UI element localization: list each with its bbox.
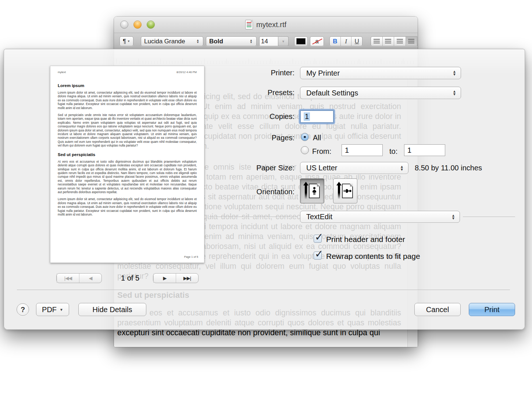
print-label: Print: [484, 306, 499, 314]
presets-select[interactable]: Default Settings ▲▼: [300, 87, 461, 99]
dropdown-arrow-icon: ▼: [127, 40, 130, 43]
print-preview-page: mytext 8/20/12 4:46 PM Lorem ipsum Lorem…: [50, 66, 204, 263]
font-size-input[interactable]: 14: [259, 36, 278, 46]
italic-button[interactable]: I: [340, 37, 351, 46]
hide-details-label: Hide Details: [93, 306, 132, 314]
print-header-footer-checkbox[interactable]: ✓: [314, 235, 322, 243]
pages-from-label: From:: [312, 147, 331, 156]
copies-value: 1: [304, 112, 310, 121]
next-page-button[interactable]: ▶: [153, 274, 176, 283]
preview-header-left: mytext: [58, 71, 66, 74]
cancel-label: Cancel: [426, 306, 449, 314]
last-page-icon: ▶▶|: [183, 275, 191, 281]
page-to-input[interactable]: 1: [404, 144, 445, 156]
page-from-value: 1: [345, 146, 349, 155]
paper-size-value: US Letter: [306, 164, 337, 172]
portrait-page-icon: [309, 184, 320, 198]
typeface-select[interactable]: Bold ▲▼: [206, 36, 257, 46]
page-count-label: 1 of 5: [110, 274, 150, 282]
paper-size-label: Paper Size:: [201, 164, 294, 172]
check-icon: ✓: [315, 248, 323, 260]
pages-range-radio[interactable]: [301, 146, 309, 154]
paper-dimensions-label: 8.50 by 11.00 inches: [415, 164, 482, 172]
preview-paragraph: Lorem ipsum dolor sit amet, consectetur …: [58, 198, 197, 217]
paragraph-styles-button[interactable]: ¶ ▼: [119, 36, 133, 46]
page-to-value: 1: [407, 146, 411, 155]
preview-paragraph: Lorem ipsum dolor sit amet, consectetur …: [58, 91, 197, 110]
text-color-well[interactable]: [294, 36, 308, 46]
background-color-well[interactable]: a: [310, 36, 324, 46]
font-family-value: Lucida Grande: [144, 38, 185, 45]
pages-to-label: to:: [389, 147, 397, 156]
font-family-select[interactable]: Lucida Grande ▲▼: [141, 36, 203, 46]
presets-label: Presets:: [201, 88, 294, 97]
screen: mytext.rtf ¶ ▼ Lucida Grande ▲▼ Bold ▲▼: [0, 0, 532, 394]
minimize-window-button[interactable]: [133, 21, 142, 29]
traffic-lights: [120, 21, 155, 29]
align-right-button[interactable]: [394, 37, 406, 46]
copies-input[interactable]: 1: [300, 110, 334, 123]
previous-page-button[interactable]: ◀: [79, 274, 101, 283]
zoom-window-button[interactable]: [147, 21, 155, 29]
orientation-portrait-button[interactable]: [300, 178, 324, 203]
up-arrow-icon: [305, 185, 307, 199]
first-page-button[interactable]: |◀◀: [57, 274, 79, 283]
bold-button[interactable]: B: [330, 37, 340, 46]
pages-all-label: All: [313, 134, 321, 142]
last-page-button[interactable]: ▶▶|: [176, 274, 198, 283]
landscape-page-icon: [342, 184, 353, 198]
preview-header-right: 8/20/12 4:46 PM: [176, 71, 197, 74]
orientation-label: Orientation:: [201, 188, 294, 196]
preview-nav-back-group: |◀◀ ◀: [56, 273, 102, 283]
preview-nav-forward-group: ▶ ▶▶|: [153, 273, 199, 283]
separator-line: [463, 217, 515, 217]
close-window-button[interactable]: [120, 21, 128, 29]
printer-select[interactable]: My Printer ▲▼: [300, 67, 461, 79]
pdf-menu-button[interactable]: PDF ▼: [36, 303, 69, 316]
align-left-button[interactable]: [371, 37, 382, 46]
align-center-icon: [385, 39, 391, 44]
cancel-button[interactable]: Cancel: [414, 303, 461, 316]
printer-value: My Printer: [306, 69, 340, 77]
app-options-select[interactable]: TextEdit ▲▼: [300, 211, 460, 223]
orientation-landscape-button[interactable]: [333, 178, 357, 203]
font-size-dropdown-button[interactable]: ▼: [278, 36, 289, 46]
printer-label: Printer:: [201, 69, 294, 77]
font-size-value: 14: [260, 38, 268, 45]
justify-button[interactable]: [406, 37, 417, 46]
underline-button[interactable]: U: [351, 37, 362, 46]
justify-icon: [408, 39, 414, 44]
page-from-input[interactable]: 1: [342, 144, 383, 156]
dropdown-arrow-icon: ▼: [60, 308, 63, 312]
check-icon: ✓: [315, 231, 323, 243]
print-dialog: mytext 8/20/12 4:46 PM Lorem ipsum Lorem…: [4, 49, 525, 330]
stepper-icon: ▲▼: [196, 39, 200, 44]
hide-details-button[interactable]: Hide Details: [78, 303, 146, 316]
preview-heading-1: Lorem ipsum: [58, 83, 197, 88]
stepper-icon: ▲▼: [400, 165, 404, 171]
dropdown-arrow-icon: ▼: [282, 40, 285, 43]
format-toolbar: ¶ ▼ Lucida Grande ▲▼ Bold ▲▼ 14 ▼: [114, 33, 418, 50]
pdf-button-label: PDF: [42, 306, 57, 314]
preview-heading-2: Sed ut perspiciatis: [58, 152, 197, 157]
pages-all-radio[interactable]: [301, 133, 309, 141]
previous-page-icon: ◀: [89, 275, 92, 281]
paper-size-select[interactable]: US Letter ▲▼: [300, 162, 408, 174]
copies-label: Copies:: [201, 112, 294, 121]
stepper-icon: ▲▼: [250, 39, 253, 44]
document-icon: [245, 20, 253, 29]
print-button[interactable]: Print: [469, 303, 515, 316]
next-page-icon: ▶: [163, 275, 167, 281]
help-button[interactable]: ?: [17, 303, 29, 316]
up-arrow-icon: [338, 185, 340, 199]
rewrap-contents-checkbox[interactable]: ✓: [314, 252, 322, 260]
typeface-value: Bold: [209, 38, 223, 45]
window-title: mytext.rtf: [256, 21, 286, 29]
print-header-footer-label: Print header and footer: [326, 235, 405, 244]
rewrap-contents-label: Rewrap contents to fit page: [326, 252, 420, 261]
align-center-button[interactable]: [382, 37, 394, 46]
stepper-icon: ▲▼: [453, 70, 456, 76]
question-mark-icon: ?: [21, 306, 25, 314]
preview-page-footer: Page 1 of 5: [184, 255, 198, 259]
biu-segmented-control: B I U: [329, 36, 363, 46]
